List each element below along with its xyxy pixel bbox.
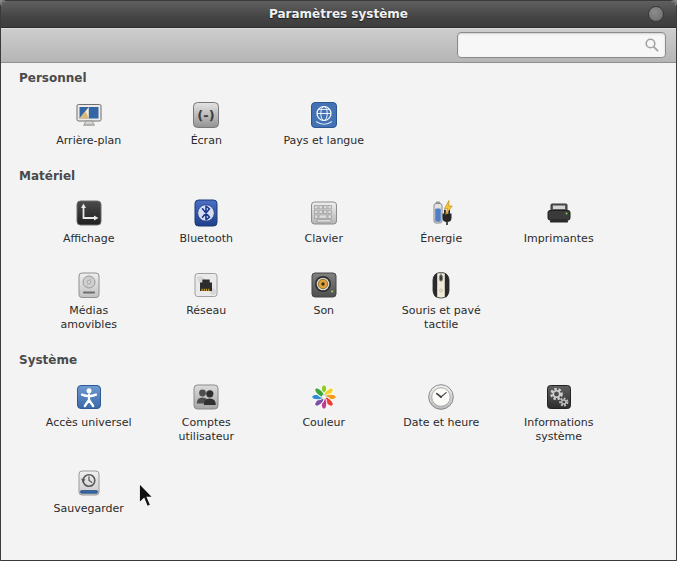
region-language-icon (308, 99, 340, 131)
date-time-icon (425, 381, 457, 413)
item-label: Médias amovibles (61, 304, 117, 332)
item-label: Comptes utilisateur (179, 416, 235, 444)
settings-panel: Personnel Arrière-plan (1, 63, 676, 516)
item-label: Affichage (63, 232, 115, 246)
background-icon (73, 99, 105, 131)
section-header: Personnel (19, 71, 662, 86)
section-header: Matériel (19, 169, 662, 184)
item-label: Son (313, 304, 334, 318)
settings-item-ecran[interactable]: (-) Écran (148, 99, 266, 148)
settings-item-acces-universel[interactable]: Accès universel (30, 381, 148, 444)
item-label: Écran (191, 134, 222, 148)
settings-item-couleur[interactable]: Couleur (265, 381, 383, 444)
item-label: Bluetooth (180, 232, 233, 246)
settings-item-date-et-heure[interactable]: Date et heure (383, 381, 501, 444)
screen-icon: (-) (190, 99, 222, 131)
item-label: Date et heure (403, 416, 479, 430)
window-menu-button[interactable] (648, 6, 664, 22)
item-label: Couleur (302, 416, 345, 430)
network-icon (190, 269, 222, 301)
settings-item-clavier[interactable]: Clavier (265, 197, 383, 246)
printers-icon (543, 197, 575, 229)
sound-icon (308, 269, 340, 301)
settings-item-arriere-plan[interactable]: Arrière-plan (30, 99, 148, 148)
system-info-icon (543, 381, 575, 413)
search-input[interactable] (457, 32, 666, 58)
system-settings-window: Paramètres système Personnel (0, 0, 677, 561)
item-label: Clavier (305, 232, 343, 246)
item-label: Accès universel (46, 416, 132, 430)
item-label: Sauvegarder (54, 502, 124, 516)
section-grid: Accès universel Comptes utilisateur (30, 381, 662, 516)
item-label: Énergie (420, 232, 462, 246)
settings-item-comptes-utilisateur[interactable]: Comptes utilisateur (148, 381, 266, 444)
item-label: Pays et langue (283, 134, 364, 148)
item-label: Souris et pavé tactile (402, 304, 481, 332)
settings-item-medias-amovibles[interactable]: Médias amovibles (30, 269, 148, 332)
backup-icon (73, 467, 105, 499)
power-icon (425, 197, 457, 229)
section-systeme: Système Accès universel (19, 353, 662, 516)
window-title: Paramètres système (269, 7, 408, 21)
removable-media-icon (73, 269, 105, 301)
bluetooth-icon (190, 197, 222, 229)
section-header: Système (19, 353, 662, 368)
universal-access-icon (73, 381, 105, 413)
settings-item-souris-et-pave-tactile[interactable]: Souris et pavé tactile (383, 269, 501, 332)
display-icon (73, 197, 105, 229)
keyboard-icon (308, 197, 340, 229)
item-label: Imprimantes (524, 232, 594, 246)
settings-item-son[interactable]: Son (265, 269, 383, 332)
mouse-touchpad-icon (425, 269, 457, 301)
settings-item-imprimantes[interactable]: Imprimantes (500, 197, 618, 246)
color-icon (308, 381, 340, 413)
settings-item-energie[interactable]: Énergie (383, 197, 501, 246)
search-field-wrap (457, 32, 666, 58)
settings-item-pays-et-langue[interactable]: Pays et langue (265, 99, 383, 148)
settings-item-informations-systeme[interactable]: Informations système (500, 381, 618, 444)
section-grid: Affichage Bluetooth (30, 197, 662, 332)
item-label: Réseau (186, 304, 226, 318)
settings-item-reseau[interactable]: Réseau (148, 269, 266, 332)
user-accounts-icon (190, 381, 222, 413)
settings-item-bluetooth[interactable]: Bluetooth (148, 197, 266, 246)
settings-item-affichage[interactable]: Affichage (30, 197, 148, 246)
svg-text:(-): (-) (198, 108, 215, 123)
item-label: Arrière-plan (56, 134, 121, 148)
titlebar[interactable]: Paramètres système (1, 1, 676, 28)
section-grid: Arrière-plan (-) Écran (30, 99, 662, 148)
section-materiel: Matériel Affichage (19, 169, 662, 332)
section-personnel: Personnel Arrière-plan (19, 71, 662, 148)
settings-item-sauvegarder[interactable]: Sauvegarder (30, 467, 148, 516)
toolbar (1, 28, 676, 63)
item-label: Informations système (524, 416, 593, 444)
